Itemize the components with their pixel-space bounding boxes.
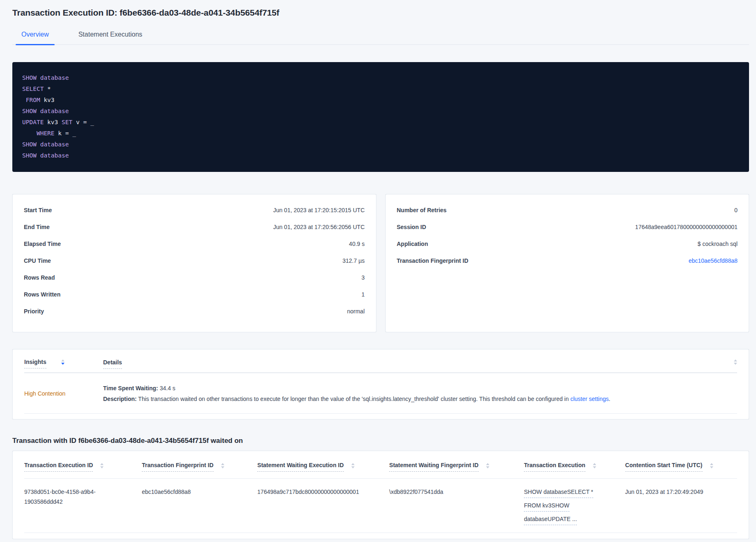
tab-overview[interactable]: Overview bbox=[16, 30, 55, 44]
summary-cards: Start Time Jun 01, 2023 at 17:20:15:2015… bbox=[12, 194, 749, 332]
summary-row-cpu-time: CPU Time 312.7 µs bbox=[24, 257, 365, 274]
description-label: Description: bbox=[103, 396, 137, 402]
insight-details: Time Spent Waiting: 34.4 s Description: … bbox=[103, 383, 737, 404]
insights-column-header[interactable]: Insights bbox=[24, 359, 46, 368]
summary-row-rows-read: Rows Read 3 bbox=[24, 274, 365, 291]
summary-card-right: Number of Retries 0 Session ID 17648a9ee… bbox=[385, 194, 749, 332]
start-time-value: Jun 01, 2023 at 17:20:15:2015 UTC bbox=[273, 207, 365, 213]
summary-row-session-id: Session ID 17648a9eea6017800000000000000… bbox=[397, 224, 738, 241]
cell-txn-fingerprint-id: ebc10ae56cfd88a8 bbox=[142, 487, 257, 528]
sort-icon[interactable] bbox=[593, 463, 596, 468]
sort-icon[interactable] bbox=[100, 463, 104, 468]
details-column-header[interactable]: Details bbox=[103, 359, 122, 369]
tab-statement-executions-label: Statement Executions bbox=[78, 31, 143, 38]
waited-table-header: Transaction Execution ID Transaction Fin… bbox=[24, 451, 737, 479]
insight-row: High Contention Time Spent Waiting: 34.4… bbox=[24, 373, 737, 414]
summary-row-txn-fingerprint: Transaction Fingerprint ID ebc10ae56cfd8… bbox=[397, 257, 738, 274]
column-header-stmt-waiting-execution-id[interactable]: Statement Waiting Execution ID bbox=[257, 462, 389, 472]
cluster-settings-link[interactable]: cluster settings bbox=[570, 396, 608, 402]
sort-icon[interactable] bbox=[351, 463, 355, 468]
rows-written-value: 1 bbox=[362, 291, 365, 298]
cell-contention-start-time: Jun 01, 2023 at 17:20:49:2049 bbox=[625, 487, 737, 528]
insights-table: Insights Details High Contention Time Sp… bbox=[12, 349, 749, 419]
summary-row-rows-written: Rows Written 1 bbox=[24, 291, 365, 308]
tab-statement-executions[interactable]: Statement Executions bbox=[73, 30, 148, 44]
summary-card-left: Start Time Jun 01, 2023 at 17:20:15:2015… bbox=[12, 194, 376, 332]
end-time-label: End Time bbox=[24, 224, 50, 230]
sort-icon[interactable] bbox=[710, 463, 713, 468]
sort-icon[interactable] bbox=[734, 359, 737, 365]
transaction-details-page: Transaction Execution ID: f6be6366-da03-… bbox=[0, 0, 756, 539]
elapsed-time-value: 40.9 s bbox=[349, 241, 364, 247]
priority-label: Priority bbox=[24, 308, 44, 315]
end-time-value: Jun 01, 2023 at 17:20:56:2056 UTC bbox=[273, 224, 365, 230]
elapsed-time-label: Elapsed Time bbox=[24, 241, 61, 247]
high-contention-badge: High Contention bbox=[24, 390, 103, 397]
txn-fingerprint-label: Transaction Fingerprint ID bbox=[397, 257, 468, 264]
summary-row-application: Application $ cockroach sql bbox=[397, 241, 738, 257]
description-text: This transaction waited on other transac… bbox=[137, 396, 570, 402]
insights-table-header: Insights Details bbox=[24, 350, 737, 373]
waiting-value: 34.4 s bbox=[158, 385, 175, 391]
cpu-time-label: CPU Time bbox=[24, 257, 51, 264]
sort-icon[interactable] bbox=[486, 463, 489, 468]
waited-on-heading: Transaction with ID f6be6366-da03-48de-a… bbox=[12, 437, 749, 445]
cpu-time-value: 312.7 µs bbox=[343, 257, 365, 264]
application-value: $ cockroach sql bbox=[698, 241, 738, 247]
summary-row-retries: Number of Retries 0 bbox=[397, 207, 738, 224]
sort-icon[interactable] bbox=[221, 463, 224, 468]
cell-stmt-waiting-execution-id: 176498a9c717bdc80000000000000001 bbox=[257, 487, 389, 528]
sort-icon[interactable] bbox=[61, 359, 65, 365]
time-spent-waiting: Time Spent Waiting: 34.4 s bbox=[103, 383, 737, 394]
cell-txn-execution-link[interactable]: SHOW databaseSELECT * FROM kv3SHOW datab… bbox=[524, 487, 625, 528]
cell-stmt-waiting-fingerprint-id: \xdb8922f077541dda bbox=[389, 487, 524, 528]
tab-bar: Overview Statement Executions bbox=[12, 30, 749, 45]
sql-code: SHOW databaseSELECT * FROM kv3SHOW datab… bbox=[22, 72, 739, 161]
tab-overview-label: Overview bbox=[21, 31, 49, 38]
summary-row-priority: Priority normal bbox=[24, 308, 365, 325]
column-header-stmt-waiting-fingerprint-id[interactable]: Statement Waiting Fingerprint ID bbox=[389, 462, 524, 472]
cell-txn-execution-id: 9738d051-bc0e-4158-a9b4-1903586ddd42 bbox=[24, 487, 142, 528]
summary-row-end-time: End Time Jun 01, 2023 at 17:20:56:2056 U… bbox=[24, 224, 365, 241]
description-suffix: . bbox=[609, 396, 611, 402]
priority-value: normal bbox=[347, 308, 365, 315]
insight-description: Description: This transaction waited on … bbox=[103, 394, 737, 404]
rows-read-value: 3 bbox=[362, 274, 365, 281]
waiting-label: Time Spent Waiting: bbox=[103, 385, 158, 391]
rows-written-label: Rows Written bbox=[24, 291, 60, 298]
retries-label: Number of Retries bbox=[397, 207, 447, 213]
sql-code-block: SHOW databaseSELECT * FROM kv3SHOW datab… bbox=[12, 62, 749, 172]
column-header-txn-execution[interactable]: Transaction Execution bbox=[524, 462, 625, 472]
rows-read-label: Rows Read bbox=[24, 274, 55, 281]
session-id-label: Session ID bbox=[397, 224, 426, 230]
session-id-value: 17648a9eea6017800000000000000001 bbox=[635, 224, 738, 230]
retries-value: 0 bbox=[734, 207, 738, 213]
start-time-label: Start Time bbox=[24, 207, 52, 213]
txn-fingerprint-link[interactable]: ebc10ae56cfd88a8 bbox=[689, 257, 738, 264]
column-header-txn-fingerprint-id[interactable]: Transaction Fingerprint ID bbox=[142, 462, 257, 472]
column-header-contention-start-time[interactable]: Contention Start Time (UTC) bbox=[625, 462, 737, 472]
page-title: Transaction Execution ID: f6be6366-da03-… bbox=[12, 7, 749, 18]
waited-on-table: Transaction Execution ID Transaction Fin… bbox=[12, 451, 749, 539]
application-label: Application bbox=[397, 241, 428, 247]
summary-row-start-time: Start Time Jun 01, 2023 at 17:20:15:2015… bbox=[24, 207, 365, 224]
column-header-txn-execution-id[interactable]: Transaction Execution ID bbox=[24, 462, 142, 472]
summary-row-elapsed-time: Elapsed Time 40.9 s bbox=[24, 241, 365, 257]
table-row: 9738d051-bc0e-4158-a9b4-1903586ddd42 ebc… bbox=[24, 479, 737, 533]
